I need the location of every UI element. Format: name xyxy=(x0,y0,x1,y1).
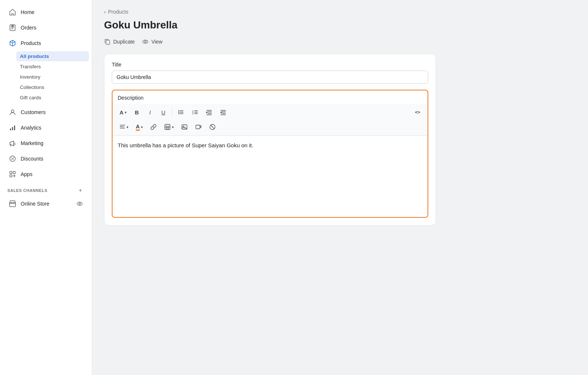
description-content-editor[interactable]: This umbrella has a picture of Super Sai… xyxy=(113,136,428,217)
product-card: Title Description A ▾ B I xyxy=(104,54,436,226)
svg-point-1 xyxy=(11,110,14,113)
sidebar-item-analytics[interactable]: Analytics xyxy=(3,120,89,135)
page-title: Goku Umbrella xyxy=(104,19,576,31)
sidebar-item-home-label: Home xyxy=(21,9,34,15)
add-sales-channel-button[interactable]: + xyxy=(76,186,84,195)
description-box: Description A ▾ B I U xyxy=(112,90,428,218)
duplicate-label: Duplicate xyxy=(113,39,135,45)
code-button[interactable]: <> xyxy=(411,106,424,118)
sidebar-subitem-all-products[interactable]: All products xyxy=(16,51,89,61)
underline-icon: U xyxy=(161,109,165,116)
sidebar-item-apps-label: Apps xyxy=(21,171,32,177)
toolbar-row-2: ▾ A ▾ xyxy=(116,121,424,133)
font-icon: A xyxy=(120,109,124,116)
breadcrumb[interactable]: ‹ Products xyxy=(104,9,576,15)
sales-channels-section: SALES CHANNELS + xyxy=(0,182,92,196)
sidebar-subitem-gift-cards[interactable]: Gift cards xyxy=(16,93,89,103)
code-icon: <> xyxy=(415,110,420,115)
sidebar-item-analytics-label: Analytics xyxy=(21,125,41,131)
breadcrumb-label[interactable]: Products xyxy=(108,9,128,15)
image-button[interactable] xyxy=(178,121,191,133)
indent-decrease-button[interactable] xyxy=(203,106,216,118)
svg-rect-10 xyxy=(10,175,12,177)
text-color-icon: A xyxy=(136,124,140,131)
sidebar-item-products[interactable]: Products xyxy=(3,36,89,51)
link-button[interactable] xyxy=(147,121,160,133)
bullet-list-button[interactable] xyxy=(174,106,188,118)
underline-button[interactable]: U xyxy=(157,106,170,118)
text-color-dropdown-arrow: ▾ xyxy=(141,125,143,129)
sidebar-item-orders-label: Orders xyxy=(21,25,37,31)
sidebar-item-discounts-label: Discounts xyxy=(21,156,43,162)
align-icon xyxy=(120,124,125,130)
title-input[interactable] xyxy=(112,70,428,84)
ordered-list-button[interactable]: 1. 2. 3. xyxy=(188,106,202,118)
marketing-icon xyxy=(9,140,16,147)
video-button[interactable] xyxy=(192,121,205,133)
sidebar-item-customers-label: Customers xyxy=(21,109,46,115)
duplicate-icon xyxy=(104,38,111,45)
sidebar-subitem-transfers[interactable]: Transfers xyxy=(16,62,89,72)
table-icon xyxy=(164,124,171,130)
sidebar-item-marketing[interactable]: Marketing xyxy=(3,136,89,151)
sales-channels-label: SALES CHANNELS xyxy=(7,188,48,193)
sidebar-item-discounts[interactable]: Discounts xyxy=(3,151,89,166)
align-dropdown-arrow: ▾ xyxy=(127,125,128,129)
align-button[interactable]: ▾ xyxy=(116,121,132,133)
svg-point-13 xyxy=(79,203,81,205)
sidebar-item-apps[interactable]: Apps xyxy=(3,167,89,182)
sidebar-item-online-store[interactable]: Online Store xyxy=(3,196,89,211)
svg-rect-2 xyxy=(10,128,11,130)
toolbar-row-1: A ▾ B I U xyxy=(116,106,424,118)
products-icon xyxy=(9,39,16,47)
clear-formatting-button[interactable] xyxy=(206,121,219,133)
description-label: Description xyxy=(113,90,428,104)
toolbar-sep-1 xyxy=(172,108,172,117)
text-color-button[interactable]: A ▾ xyxy=(132,121,146,133)
duplicate-button[interactable]: Duplicate xyxy=(104,37,135,47)
font-button[interactable]: A ▾ xyxy=(116,106,130,118)
bold-icon: B xyxy=(135,109,139,116)
indent-increase-icon xyxy=(220,109,226,116)
description-toolbar: A ▾ B I U xyxy=(113,104,428,136)
svg-point-17 xyxy=(178,110,179,111)
bullet-list-icon xyxy=(178,109,184,116)
sidebar-item-customers[interactable]: Customers xyxy=(3,105,89,120)
customers-icon xyxy=(9,109,16,116)
sidebar-subitem-inventory[interactable]: Inventory xyxy=(16,72,89,82)
table-button[interactable]: ▾ xyxy=(161,121,177,133)
breadcrumb-chevron: ‹ xyxy=(104,9,106,15)
ordered-list-icon: 1. 2. 3. xyxy=(192,109,198,116)
sidebar-item-online-store-label: Online Store xyxy=(21,201,49,207)
sidebar-subitem-collections[interactable]: Collections xyxy=(16,82,89,92)
svg-rect-14 xyxy=(106,40,110,44)
indent-decrease-icon xyxy=(206,109,212,116)
image-icon xyxy=(181,124,188,130)
orders-icon xyxy=(9,24,16,31)
sidebar-products-subitems: All products Transfers Inventory Collect… xyxy=(16,51,92,103)
table-dropdown-arrow: ▾ xyxy=(172,125,174,129)
svg-point-15 xyxy=(143,40,148,44)
discounts-icon xyxy=(9,155,16,162)
sidebar-item-products-label: Products xyxy=(21,40,41,46)
svg-point-6 xyxy=(11,158,12,158)
main-content: ‹ Products Goku Umbrella Duplicate View xyxy=(92,0,588,375)
sidebar-item-home[interactable]: Home xyxy=(3,5,89,20)
view-button[interactable]: View xyxy=(142,37,162,47)
indent-increase-button[interactable] xyxy=(217,106,230,118)
link-icon xyxy=(150,124,157,130)
sidebar-item-orders[interactable]: Orders xyxy=(3,20,89,35)
svg-rect-4 xyxy=(14,125,15,130)
video-icon xyxy=(195,124,202,130)
action-bar: Duplicate View xyxy=(104,37,576,47)
svg-rect-47 xyxy=(196,125,200,129)
svg-rect-11 xyxy=(10,203,15,207)
bold-button[interactable]: B xyxy=(131,106,143,118)
home-icon xyxy=(9,8,16,16)
svg-rect-40 xyxy=(165,124,170,130)
view-icon xyxy=(142,38,149,45)
sidebar: Home Orders Products All products Transf… xyxy=(0,0,92,375)
italic-button[interactable]: I xyxy=(144,106,156,118)
view-label: View xyxy=(151,39,162,45)
online-store-visibility-icon[interactable] xyxy=(76,200,83,207)
